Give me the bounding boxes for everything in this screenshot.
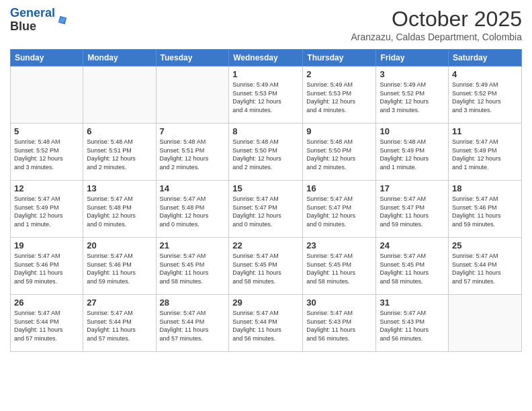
day-number: 19 (14, 240, 79, 250)
day-info: Sunrise: 5:47 AMSunset: 5:45 PMDaylight:… (306, 252, 372, 285)
day-number: 30 (306, 298, 372, 308)
day-info: Sunrise: 5:47 AMSunset: 5:48 PMDaylight:… (160, 195, 226, 228)
day-number: 23 (306, 240, 372, 250)
day-info: Sunrise: 5:47 AMSunset: 5:44 PMDaylight:… (452, 252, 518, 285)
calendar-cell: 29Sunrise: 5:47 AMSunset: 5:44 PMDayligh… (229, 295, 303, 352)
day-number: 12 (14, 183, 79, 193)
calendar-table: SundayMondayTuesdayWednesdayThursdayFrid… (10, 49, 522, 352)
day-info: Sunrise: 5:47 AMSunset: 5:45 PMDaylight:… (160, 252, 226, 285)
day-number: 29 (232, 298, 299, 308)
calendar-cell: 12Sunrise: 5:47 AMSunset: 5:49 PMDayligh… (11, 181, 83, 238)
day-number: 22 (232, 240, 299, 250)
day-number: 11 (452, 126, 518, 136)
day-info: Sunrise: 5:48 AMSunset: 5:50 PMDaylight:… (232, 138, 299, 171)
calendar-cell (449, 295, 522, 352)
calendar-cell: 19Sunrise: 5:47 AMSunset: 5:46 PMDayligh… (11, 238, 83, 295)
logo-icon (56, 14, 69, 26)
day-info: Sunrise: 5:49 AMSunset: 5:52 PMDaylight:… (380, 81, 445, 114)
day-info: Sunrise: 5:47 AMSunset: 5:49 PMDaylight:… (14, 195, 79, 228)
calendar-cell: 30Sunrise: 5:47 AMSunset: 5:43 PMDayligh… (303, 295, 376, 352)
calendar-cell: 17Sunrise: 5:47 AMSunset: 5:47 PMDayligh… (376, 181, 449, 238)
day-info: Sunrise: 5:48 AMSunset: 5:52 PMDaylight:… (14, 138, 79, 171)
day-info: Sunrise: 5:47 AMSunset: 5:49 PMDaylight:… (452, 138, 518, 171)
calendar-cell: 11Sunrise: 5:47 AMSunset: 5:49 PMDayligh… (449, 124, 522, 181)
calendar-cell: 7Sunrise: 5:48 AMSunset: 5:51 PMDaylight… (156, 124, 229, 181)
day-number: 15 (232, 183, 299, 193)
weekday-header-friday: Friday (376, 50, 449, 66)
calendar-cell: 4Sunrise: 5:49 AMSunset: 5:52 PMDaylight… (449, 66, 522, 124)
calendar-cell: 8Sunrise: 5:48 AMSunset: 5:50 PMDaylight… (229, 124, 303, 181)
calendar-cell (156, 66, 229, 124)
day-info: Sunrise: 5:47 AMSunset: 5:46 PMDaylight:… (452, 195, 518, 228)
weekday-header-wednesday: Wednesday (229, 50, 303, 66)
calendar-cell: 1Sunrise: 5:49 AMSunset: 5:53 PMDaylight… (229, 66, 303, 124)
day-info: Sunrise: 5:47 AMSunset: 5:45 PMDaylight:… (380, 252, 445, 285)
calendar-cell: 21Sunrise: 5:47 AMSunset: 5:45 PMDayligh… (156, 238, 229, 295)
logo: GeneralBlue (10, 7, 69, 34)
calendar-cell: 26Sunrise: 5:47 AMSunset: 5:44 PMDayligh… (11, 295, 83, 352)
day-number: 21 (160, 240, 226, 250)
calendar-week-1: 1Sunrise: 5:49 AMSunset: 5:53 PMDaylight… (11, 66, 522, 124)
day-number: 27 (87, 298, 152, 308)
weekday-header-sunday: Sunday (11, 50, 83, 66)
calendar-cell: 10Sunrise: 5:48 AMSunset: 5:49 PMDayligh… (376, 124, 449, 181)
day-number: 1 (232, 69, 299, 79)
calendar-cell: 6Sunrise: 5:48 AMSunset: 5:51 PMDaylight… (83, 124, 156, 181)
day-info: Sunrise: 5:49 AMSunset: 5:53 PMDaylight:… (232, 81, 299, 114)
day-number: 18 (452, 183, 518, 193)
day-number: 2 (306, 69, 372, 79)
day-number: 8 (232, 126, 299, 136)
month-title: October 2025 (351, 7, 522, 32)
day-number: 9 (306, 126, 372, 136)
page-container: GeneralBlue October 2025 Aranzazu, Calda… (0, 0, 532, 359)
day-number: 3 (380, 69, 445, 79)
day-info: Sunrise: 5:47 AMSunset: 5:45 PMDaylight:… (232, 252, 299, 285)
calendar-cell: 2Sunrise: 5:49 AMSunset: 5:53 PMDaylight… (303, 66, 376, 124)
calendar-week-3: 12Sunrise: 5:47 AMSunset: 5:49 PMDayligh… (11, 181, 522, 238)
day-info: Sunrise: 5:47 AMSunset: 5:46 PMDaylight:… (14, 252, 79, 285)
day-info: Sunrise: 5:49 AMSunset: 5:52 PMDaylight:… (452, 81, 518, 114)
day-number: 16 (306, 183, 372, 193)
calendar-cell: 16Sunrise: 5:47 AMSunset: 5:47 PMDayligh… (303, 181, 376, 238)
day-number: 24 (380, 240, 445, 250)
weekday-header-thursday: Thursday (303, 50, 376, 66)
calendar-cell: 23Sunrise: 5:47 AMSunset: 5:45 PMDayligh… (303, 238, 376, 295)
calendar-cell: 27Sunrise: 5:47 AMSunset: 5:44 PMDayligh… (83, 295, 156, 352)
day-number: 10 (380, 126, 445, 136)
calendar-cell: 15Sunrise: 5:47 AMSunset: 5:47 PMDayligh… (229, 181, 303, 238)
calendar-cell: 25Sunrise: 5:47 AMSunset: 5:44 PMDayligh… (449, 238, 522, 295)
calendar-cell: 22Sunrise: 5:47 AMSunset: 5:45 PMDayligh… (229, 238, 303, 295)
calendar-cell: 9Sunrise: 5:48 AMSunset: 5:50 PMDaylight… (303, 124, 376, 181)
day-number: 20 (87, 240, 152, 250)
day-info: Sunrise: 5:47 AMSunset: 5:47 PMDaylight:… (232, 195, 299, 228)
day-number: 13 (87, 183, 152, 193)
calendar-week-2: 5Sunrise: 5:48 AMSunset: 5:52 PMDaylight… (11, 124, 522, 181)
day-info: Sunrise: 5:47 AMSunset: 5:48 PMDaylight:… (87, 195, 152, 228)
day-info: Sunrise: 5:47 AMSunset: 5:46 PMDaylight:… (87, 252, 152, 285)
day-info: Sunrise: 5:48 AMSunset: 5:51 PMDaylight:… (160, 138, 226, 171)
day-info: Sunrise: 5:49 AMSunset: 5:53 PMDaylight:… (306, 81, 372, 114)
weekday-header-monday: Monday (83, 50, 156, 66)
title-section: October 2025 Aranzazu, Caldas Department… (351, 7, 522, 42)
day-info: Sunrise: 5:47 AMSunset: 5:47 PMDaylight:… (380, 195, 445, 228)
day-number: 17 (380, 183, 445, 193)
calendar-cell: 3Sunrise: 5:49 AMSunset: 5:52 PMDaylight… (376, 66, 449, 124)
calendar-cell: 28Sunrise: 5:47 AMSunset: 5:44 PMDayligh… (156, 295, 229, 352)
day-number: 14 (160, 183, 226, 193)
day-number: 6 (87, 126, 152, 136)
day-info: Sunrise: 5:48 AMSunset: 5:51 PMDaylight:… (87, 138, 152, 171)
logo-blue: Blue (10, 19, 36, 33)
day-number: 28 (160, 298, 226, 308)
day-info: Sunrise: 5:47 AMSunset: 5:44 PMDaylight:… (232, 309, 299, 342)
weekday-header-row: SundayMondayTuesdayWednesdayThursdayFrid… (11, 50, 522, 66)
calendar-cell: 20Sunrise: 5:47 AMSunset: 5:46 PMDayligh… (83, 238, 156, 295)
calendar-cell: 31Sunrise: 5:47 AMSunset: 5:43 PMDayligh… (376, 295, 449, 352)
day-info: Sunrise: 5:47 AMSunset: 5:44 PMDaylight:… (87, 309, 152, 342)
day-number: 4 (452, 69, 518, 79)
weekday-header-tuesday: Tuesday (156, 50, 229, 66)
day-info: Sunrise: 5:48 AMSunset: 5:49 PMDaylight:… (380, 138, 445, 171)
weekday-header-saturday: Saturday (449, 50, 522, 66)
calendar-cell: 24Sunrise: 5:47 AMSunset: 5:45 PMDayligh… (376, 238, 449, 295)
calendar-cell: 14Sunrise: 5:47 AMSunset: 5:48 PMDayligh… (156, 181, 229, 238)
day-number: 31 (380, 298, 445, 308)
